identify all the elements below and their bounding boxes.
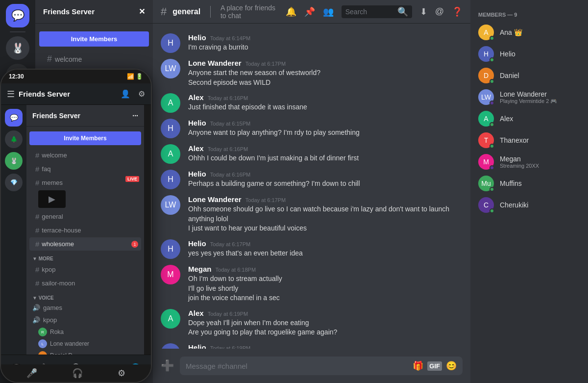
mobile-settings-icon[interactable]: ⚙ xyxy=(138,89,145,99)
hash-icon: # xyxy=(35,179,39,187)
member-item-daniel[interactable]: D Daniel xyxy=(474,65,584,86)
message-author: Alex xyxy=(188,93,204,102)
mobile-category-voice[interactable]: ▼ VOICE xyxy=(26,290,144,302)
add-attachment-button[interactable]: ➕ xyxy=(161,359,174,372)
server-menu-icon[interactable]: ✕ xyxy=(139,7,145,16)
header-icons: 🔔 📌 👥 🔍 ⬇ @ ❓ xyxy=(286,5,463,18)
mobile-channel-general[interactable]: # general xyxy=(29,210,141,223)
server-header[interactable]: Friends Server ✕ xyxy=(35,0,153,24)
help-icon[interactable]: ❓ xyxy=(452,6,463,17)
avatar: M xyxy=(161,265,180,284)
member-name: Helio xyxy=(500,50,515,58)
member-item-helio[interactable]: H Helio xyxy=(474,43,584,65)
message-author: Alex xyxy=(188,309,204,317)
member-status: Playing Vermintide 2 🎮 xyxy=(500,98,557,104)
mobile-voice-member-lone-wanderer[interactable]: L Lone wanderer xyxy=(26,338,144,350)
channel-item-welcome[interactable]: # welcome xyxy=(39,51,149,67)
member-item-ana[interactable]: A Ana 👑 xyxy=(474,22,584,43)
download-icon[interactable]: ⬇ xyxy=(420,6,427,17)
search-input[interactable] xyxy=(345,8,395,16)
message-content: Lone Wanderer Today at 6:17PM Ohh someon… xyxy=(188,195,463,233)
mobile-channel-faq[interactable]: # faq xyxy=(29,162,141,176)
voice-channel-name: kpop xyxy=(43,316,57,324)
mobile-menu-icon[interactable]: ☰ xyxy=(7,89,15,100)
avatar: LW xyxy=(161,59,180,78)
message-input[interactable] xyxy=(186,362,409,370)
mobile-channel-terrace-house[interactable]: # terrace-house xyxy=(29,224,141,237)
hash-icon: # xyxy=(35,265,39,274)
message-author: Helio xyxy=(188,119,206,127)
member-avatar: M xyxy=(478,154,494,170)
mobile-channel-kpop[interactable]: # kpop xyxy=(29,263,141,276)
search-bar[interactable]: 🔍 xyxy=(342,5,412,18)
at-icon[interactable]: @ xyxy=(435,6,444,17)
gif-icon[interactable]: GIF xyxy=(427,361,442,371)
mobile-discord-icon[interactable]: 💬 xyxy=(5,109,23,127)
message-timestamp: Today at 6:17PM xyxy=(210,241,251,247)
mobile-server-icon-1[interactable]: 🌲 xyxy=(5,130,23,148)
member-avatar: A xyxy=(478,25,494,40)
avatar: A xyxy=(161,93,180,113)
mobile-status-bar: 12:30 📶 🔋 xyxy=(1,70,151,83)
settings-gear-icon[interactable]: ⚙ xyxy=(118,368,125,379)
server-icon-rabbit[interactable]: 🐰 xyxy=(6,36,29,60)
message-content: Helio Today at 6:15PM Anyone want to pla… xyxy=(188,119,463,138)
message-input-wrapper: 🎁 GIF 😊 xyxy=(180,357,463,375)
member-name: Daniel xyxy=(500,72,519,79)
message-group: H Helio Today at 6:19PM probs, but I'll … xyxy=(153,341,470,349)
headphone-icon[interactable]: 🎧 xyxy=(72,368,83,379)
member-status: Streaming 20XX xyxy=(500,163,539,169)
members-icon[interactable]: 👥 xyxy=(323,6,334,17)
mobile-channel-welcome[interactable]: # welcome xyxy=(29,149,141,162)
status-indicator xyxy=(490,57,494,62)
message-header: Helio Today at 6:16PM xyxy=(188,170,463,178)
mobile-channel-wholesome[interactable]: # wholesome 1 xyxy=(29,237,141,251)
mobile-voice-member-roka[interactable]: R Roka xyxy=(26,326,144,338)
message-timestamp: Today at 6:17PM xyxy=(245,197,286,203)
member-item-muffins[interactable]: Mu Muffins xyxy=(474,173,584,194)
member-avatar: T xyxy=(478,132,494,148)
stream-thumbnail-area: ▶ xyxy=(38,190,140,208)
mobile-unread-badge: 1 xyxy=(131,241,138,248)
message-header: Alex Today at 6:19PM xyxy=(188,309,463,317)
status-indicator xyxy=(490,79,494,84)
mobile-server-icon-2[interactable]: 🐰 xyxy=(5,152,23,170)
message-content: Helio Today at 6:19PM probs, but I'll ma… xyxy=(188,343,463,349)
message-text: Just finished that episode it was insane xyxy=(188,102,463,112)
emoji-icon[interactable]: 😊 xyxy=(446,360,457,371)
message-group: M Megan Today at 6:18PM Oh I'm down to s… xyxy=(153,263,470,305)
avatar: A xyxy=(161,309,180,329)
mobile-add-people-icon[interactable]: 👤 xyxy=(121,89,130,99)
mobile-channel-memes[interactable]: # memes LIVE xyxy=(29,176,141,189)
message-content: Megan Today at 6:18PM Oh I'm down to str… xyxy=(188,265,463,303)
mobile-voice-kpop[interactable]: 🔊 kpop xyxy=(26,314,144,326)
mobile-server-menu-icon[interactable]: ··· xyxy=(132,112,138,120)
mobile-invite-button[interactable]: Invite Members xyxy=(29,131,141,145)
message-header: Helio Today at 6:19PM xyxy=(188,343,463,349)
voice-member-name: Lone wanderer xyxy=(50,340,89,347)
gift-icon[interactable]: 🎁 xyxy=(413,360,423,371)
mobile-channel-sailor-moon[interactable]: # sailor-moon xyxy=(29,277,141,290)
mobile-category-more[interactable]: ▼ MORE xyxy=(26,251,144,262)
member-item-thanexor[interactable]: T Thanexor xyxy=(474,129,584,151)
pin-icon[interactable]: 📌 xyxy=(304,6,315,17)
message-content: Alex Today at 6:16PM Just finished that … xyxy=(188,93,463,113)
message-group: LW Lone Wanderer Today at 6:17PM Ohh som… xyxy=(153,193,470,235)
member-item-cherukiki[interactable]: C Cherukiki xyxy=(474,194,584,216)
avatar: LW xyxy=(161,195,180,215)
invite-members-button[interactable]: Invite Members xyxy=(39,31,149,47)
member-item-lone-wanderer[interactable]: LW Lone Wanderer Playing Vermintide 2 🎮 xyxy=(474,86,584,108)
member-item-megan[interactable]: M Megan Streaming 20XX xyxy=(474,151,584,173)
mobile-voice-games[interactable]: 🔊 games xyxy=(26,302,144,314)
hash-icon: # xyxy=(35,212,39,221)
avatar: H xyxy=(161,119,180,138)
message-timestamp: Today at 6:16PM xyxy=(208,146,248,152)
member-item-alex[interactable]: A Alex xyxy=(474,108,584,129)
mic-icon[interactable]: 🎤 xyxy=(26,368,37,379)
mobile-server-header[interactable]: Friends Server ··· xyxy=(26,105,144,127)
message-text: Anyone start the new season of westworld… xyxy=(188,68,463,78)
bell-icon[interactable]: 🔔 xyxy=(286,6,296,17)
discord-home-icon[interactable]: 💬 xyxy=(6,4,29,27)
mobile-channel-sidebar: Friends Server ··· Invite Members # welc… xyxy=(26,105,144,370)
mobile-server-icon-3[interactable]: 💎 xyxy=(5,174,23,191)
